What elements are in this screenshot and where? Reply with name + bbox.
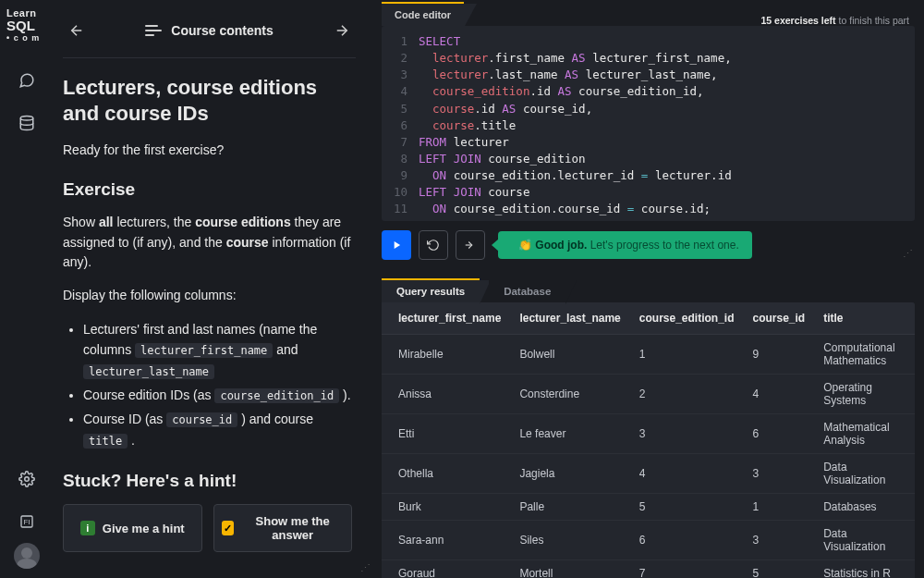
table-cell: 4 [630, 454, 744, 494]
results-table: lecturer_first_namelecturer_last_namecou… [382, 302, 915, 578]
list-item: Course ID (as course_id ) and course tit… [83, 409, 352, 450]
svg-point-1 [25, 477, 30, 482]
table-cell: Mortell [510, 560, 629, 578]
table-cell: Statistics in R [814, 560, 915, 578]
instructions-pane: Course contents Lecturers, course editio… [54, 0, 372, 578]
table-row: MirabelleBolwell19Computational Mathemat… [382, 335, 915, 375]
resize-handle-icon[interactable]: ⋰ [360, 562, 369, 574]
table-cell: 6 [630, 521, 744, 560]
table-row: EttiLe feaver36Mathematical Analysis [382, 414, 915, 454]
svg-text:FI: FI [23, 518, 30, 526]
tab-database[interactable]: Database [489, 280, 565, 302]
table-cell: 5 [744, 560, 815, 578]
table-cell: 4 [744, 375, 815, 414]
exercise-heading: Exercise [63, 179, 352, 200]
code-line: 10LEFT JOIN course [382, 184, 915, 201]
tab-query-results[interactable]: Query results [382, 278, 480, 302]
code-line: 4 course_edition.id AS course_edition_id… [382, 83, 915, 100]
table-cell: Mathematical Analysis [814, 414, 915, 454]
table-row: AnissaConsterdine24Operating Systems [382, 375, 915, 414]
column-header: lecturer_last_name [510, 302, 629, 335]
table-row: OthellaJagiela43Data Visualization [382, 454, 915, 494]
table-cell: Jagiela [510, 454, 629, 494]
table-cell: Consterdine [510, 375, 629, 414]
menu-icon [145, 25, 162, 36]
table-cell: 3 [744, 454, 815, 494]
table-cell: Bolwell [510, 335, 629, 375]
table-cell: 1 [630, 335, 744, 375]
table-cell: Etti [382, 414, 510, 454]
course-contents-label: Course contents [171, 23, 273, 38]
table-cell: Databases [814, 494, 915, 521]
table-cell: Anissa [382, 375, 510, 414]
checkmark-icon: ✓ [222, 521, 235, 535]
prev-lesson-button[interactable] [63, 17, 91, 44]
table-cell: Data Visualization [814, 454, 915, 494]
table-cell: 7 [630, 560, 744, 578]
table-cell: Burk [382, 494, 510, 521]
resize-handle-icon[interactable]: ⋰ [903, 248, 911, 260]
reset-button[interactable] [419, 230, 448, 260]
share-button[interactable] [456, 230, 485, 260]
user-avatar[interactable] [14, 543, 40, 569]
table-cell: Sara-ann [382, 521, 510, 560]
show-answer-button[interactable]: ✓ Show me the answer [213, 504, 353, 552]
sidebar: Learn SQL • c o m FI [0, 0, 54, 578]
exercises-remaining: 15 exercises left to finish this part [760, 15, 909, 26]
table-cell: Siles [510, 521, 629, 560]
list-item: Course edition IDs (as course_edition_id… [83, 385, 352, 405]
column-header: course_edition_id [630, 302, 744, 335]
next-lesson-button[interactable] [328, 17, 356, 44]
chat-icon[interactable] [11, 65, 43, 96]
display-columns-label: Display the following columns: [63, 286, 352, 306]
code-editor[interactable]: 1SELECT2 lecturer.first_name AS lecturer… [382, 26, 915, 221]
logo[interactable]: Learn SQL • c o m [6, 7, 47, 43]
code-line: 5 course.id AS course_id, [382, 101, 915, 117]
svg-point-0 [20, 117, 33, 121]
table-cell: 5 [630, 494, 744, 521]
column-header: title [814, 302, 915, 335]
settings-gear-icon[interactable] [11, 463, 43, 495]
table-cell: Goraud [382, 560, 510, 578]
feedback-icon[interactable]: FI [11, 506, 43, 537]
success-toast: 👏 Good job. Let's progress to the next o… [498, 231, 752, 259]
code-line: 11 ON course_edition.course_id = course.… [382, 201, 915, 217]
table-cell: 3 [630, 414, 744, 454]
table-row: GoraudMortell75Statistics in R [382, 560, 915, 578]
info-icon: i [80, 521, 95, 535]
lesson-lead: Ready for the first exercise? [63, 142, 352, 157]
column-requirements-list: Lecturers' first and last names (name th… [63, 319, 352, 450]
table-cell: Othella [382, 454, 510, 494]
query-results-panel: lecturer_first_namelecturer_last_namecou… [382, 302, 915, 578]
code-line: 3 lecturer.last_name AS lecturer_last_na… [382, 67, 915, 83]
code-line: 8LEFT JOIN course_edition [382, 151, 915, 167]
tab-code-editor[interactable]: Code editor [382, 2, 464, 26]
run-query-button[interactable] [382, 230, 411, 260]
table-cell: 2 [630, 375, 744, 414]
table-cell: 1 [744, 494, 815, 521]
table-row: Sara-annSiles63Data Visualization [382, 521, 915, 560]
table-cell: 9 [744, 335, 815, 375]
column-header: lecturer_first_name [382, 302, 510, 335]
table-cell: Le feaver [510, 414, 629, 454]
hint-heading: Stuck? Here's a hint! [63, 471, 352, 491]
table-cell: 3 [744, 521, 815, 560]
lesson-title: Lecturers, course editions and course ID… [63, 75, 352, 126]
code-line: 2 lecturer.first_name AS lecturer_first_… [382, 50, 915, 67]
give-hint-button[interactable]: i Give me a hint [63, 504, 202, 552]
course-contents-button[interactable]: Course contents [145, 23, 273, 38]
clap-icon: 👏 [518, 239, 532, 252]
code-line: 9 ON course_edition.lecturer_id = lectur… [382, 167, 915, 184]
table-cell: Data Visualization [814, 521, 915, 560]
code-line: 6 course.title [382, 117, 915, 134]
work-pane: Code editor 15 exercises left to finish … [372, 0, 924, 578]
table-cell: Computational Mathematics [814, 335, 915, 375]
course-nav: Course contents [63, 9, 356, 58]
table-cell: 6 [744, 414, 815, 454]
table-cell: Palle [510, 494, 629, 521]
list-item: Lecturers' first and last names (name th… [83, 319, 352, 381]
table-row: BurkPalle51Databases [382, 494, 915, 521]
table-cell: Operating Systems [814, 375, 915, 414]
database-icon[interactable] [11, 107, 43, 139]
column-header: course_id [744, 302, 815, 335]
